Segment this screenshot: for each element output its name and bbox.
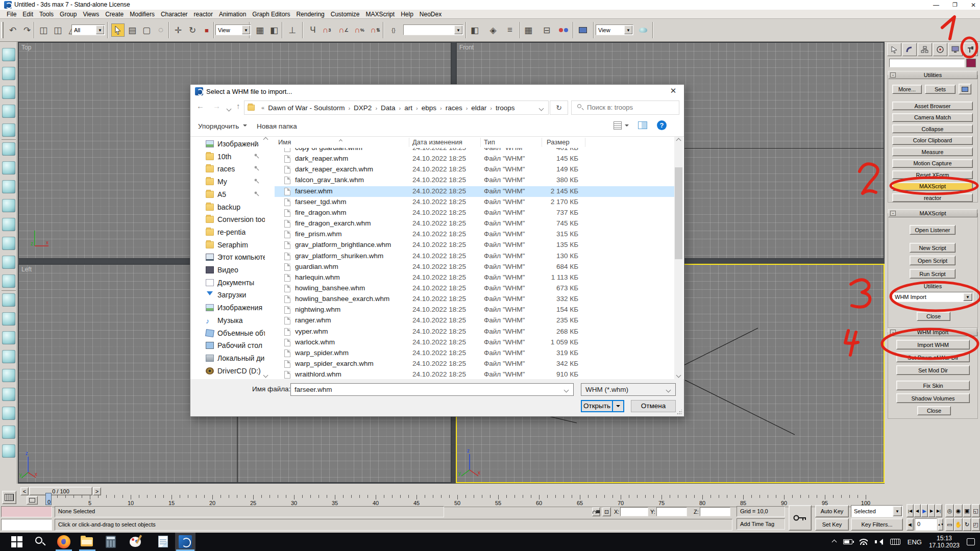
render-setup-icon[interactable] xyxy=(576,23,590,37)
sidebar-item-races[interactable]: races xyxy=(190,163,267,176)
breadcrumb-segment[interactable]: troops xyxy=(496,104,515,112)
column-separator[interactable] xyxy=(480,138,481,147)
reactor-tool-icon[interactable] xyxy=(2,86,15,99)
reference-coordinate-dropdown[interactable]: View▼ xyxy=(215,24,251,35)
maxscript-close-button[interactable]: Close xyxy=(917,312,950,321)
breadcrumb-segment[interactable]: ebps xyxy=(422,104,436,112)
maxscript-run-script-button[interactable]: Run Script xyxy=(910,269,955,279)
sidebar-item-drivercd-d-[interactable]: DriverCD (D:) xyxy=(190,365,267,378)
menu-modifiers[interactable]: Modifiers xyxy=(130,11,155,18)
sidebar-item-backup[interactable]: backup xyxy=(190,202,267,214)
reactor-tool-icon[interactable] xyxy=(2,312,15,325)
lock-selection-icon[interactable] xyxy=(592,507,600,516)
file-row[interactable]: howling_banshee_exarch.whm24.10.2022 18:… xyxy=(275,294,674,305)
breadcrumb-segment[interactable]: races xyxy=(446,104,462,112)
time-slider-prev[interactable]: < xyxy=(20,487,29,495)
utility-reset-xform-button[interactable]: Reset XForm xyxy=(892,170,973,179)
key-filters-button[interactable]: Key Filters... xyxy=(851,518,903,531)
toolbar-icon-▦[interactable]: ▦ xyxy=(253,23,266,37)
menu-customize[interactable]: Customize xyxy=(331,11,360,18)
filetype-dropdown[interactable]: WHM (*.whm) xyxy=(581,383,676,396)
wifi-icon[interactable] xyxy=(860,539,868,545)
sidebar-item-видео[interactable]: Видео xyxy=(190,264,267,277)
absolute-mode-icon[interactable]: ⊡ xyxy=(602,507,611,516)
taskbar-calculator-icon[interactable] xyxy=(104,535,117,548)
reactor-tool-icon[interactable] xyxy=(2,388,15,401)
prev-frame-button[interactable]: ◀ xyxy=(914,504,921,517)
history-chevron-icon[interactable] xyxy=(227,104,231,112)
help-icon[interactable]: ? xyxy=(657,120,667,130)
file-row[interactable]: howling_banshee.whm24.10.2022 18:25Файл … xyxy=(275,283,674,294)
whm-fix-skin-button[interactable]: Fix Skin xyxy=(896,381,970,390)
file-row[interactable]: fire_dragon.whm24.10.2022 18:25Файл "WHM… xyxy=(275,208,674,218)
file-row[interactable]: fire_prism.whm24.10.2022 18:25Файл "WHM"… xyxy=(275,229,674,240)
go-start-button[interactable]: |◀ xyxy=(906,504,914,517)
view-options-icon[interactable] xyxy=(614,121,622,130)
open-split-arrow[interactable] xyxy=(612,400,624,412)
file-list-scrollbar[interactable] xyxy=(674,137,683,379)
filename-input[interactable]: farseer.whm xyxy=(290,383,574,396)
reactor-tool-icon[interactable] xyxy=(2,256,15,269)
view-options-chevron-icon[interactable] xyxy=(625,124,629,129)
modify-tab[interactable] xyxy=(902,43,917,56)
back-icon[interactable]: ← xyxy=(197,102,204,110)
auto-key-button[interactable]: Auto Key xyxy=(815,505,849,517)
menu-neodex[interactable]: NeoDex xyxy=(420,11,442,18)
tray-expand-icon[interactable] xyxy=(831,539,837,544)
breadcrumb-segment[interactable]: art xyxy=(404,104,412,112)
toolbar-icon-↻[interactable]: ↻ xyxy=(186,23,199,37)
menu-character[interactable]: Character xyxy=(161,11,188,18)
taskbar-paint-icon[interactable] xyxy=(129,535,142,548)
track-bar[interactable]: 5101520253035404550556065707580859095100 xyxy=(43,495,883,507)
whm-set-mod-dir-button[interactable]: Set Mod Dir xyxy=(896,365,970,375)
menu-help[interactable]: Help xyxy=(401,11,413,18)
reactor-tool-icon[interactable] xyxy=(2,218,15,231)
utility-maxscript-button[interactable]: MAXScript xyxy=(892,182,973,191)
toolbar-icon-⊟[interactable]: ⊟ xyxy=(540,23,553,37)
snap-magnet-icon[interactable]: ∩∠ xyxy=(337,23,350,37)
toolbar-icon-◫[interactable]: ◫ xyxy=(37,23,50,37)
taskbar-notepad-icon[interactable] xyxy=(156,535,169,548)
column-separator[interactable] xyxy=(542,138,542,147)
menu-group[interactable]: Group xyxy=(60,11,77,18)
sidebar-item-документы[interactable]: Документы xyxy=(190,277,267,290)
sidebar-item-10th[interactable]: 10th xyxy=(190,151,267,164)
notification-icon[interactable] xyxy=(967,538,975,545)
reactor-tool-icon[interactable] xyxy=(2,237,15,250)
reactor-tool-icon[interactable] xyxy=(2,444,15,458)
forward-icon[interactable]: → xyxy=(213,102,220,110)
file-row-selected[interactable]: farseer.whm24.10.2022 18:25Файл "WHM"2 1… xyxy=(275,186,674,197)
utility-asset-browser-button[interactable]: Asset Browser xyxy=(892,102,973,110)
whm-import-whm-button[interactable]: Import WHM xyxy=(896,340,970,349)
object-color-swatch[interactable] xyxy=(966,59,976,67)
menu-rendering[interactable]: Rendering xyxy=(296,11,324,18)
open-button[interactable]: Открыть xyxy=(581,400,612,412)
toolbar-icon-▪[interactable]: ■ xyxy=(200,23,213,37)
breadcrumb-segment[interactable]: Data xyxy=(381,104,396,112)
maxscript-mini-listener-white[interactable] xyxy=(1,519,52,531)
close-button[interactable]: ✕ xyxy=(971,2,976,9)
viewport-zoom-extents-button[interactable]: ▣ xyxy=(963,504,971,517)
motion-tab[interactable] xyxy=(933,43,947,56)
reactor-tool-icon[interactable] xyxy=(2,407,15,420)
render-type-dropdown[interactable]: View▼ xyxy=(596,24,633,35)
toolbar-icon-◧[interactable]: ◧ xyxy=(468,23,481,37)
language-indicator[interactable]: ENG xyxy=(908,538,922,546)
create-tab[interactable] xyxy=(887,43,901,56)
file-row[interactable]: grav_platform_shuriken.whm24.10.2022 18:… xyxy=(275,251,674,262)
whm-import-dropdown[interactable]: WHM Import▼ xyxy=(892,292,973,302)
menu-graph-editors[interactable]: Graph Editors xyxy=(252,11,290,18)
toolbar-icon-◈[interactable]: ◈ xyxy=(486,23,500,37)
cancel-button[interactable]: Отмена xyxy=(631,400,676,412)
z-coordinate-field[interactable] xyxy=(700,507,730,516)
dialog-close-icon[interactable]: ✕ xyxy=(667,86,680,96)
address-dropdown-icon[interactable] xyxy=(540,104,543,112)
sidebar-item-рабочий-стол[interactable]: Рабочий стол xyxy=(190,340,267,353)
reactor-tool-icon[interactable] xyxy=(2,142,15,156)
reactor-tool-icon[interactable] xyxy=(2,105,15,118)
utility-collapse-button[interactable]: Collapse xyxy=(892,124,973,133)
reactor-tool-icon[interactable] xyxy=(2,161,15,174)
toolbar-icon-◧[interactable]: ◧ xyxy=(267,23,281,37)
sidebar-item-a5[interactable]: A5 xyxy=(190,189,267,202)
hierarchy-tab[interactable] xyxy=(918,43,932,56)
